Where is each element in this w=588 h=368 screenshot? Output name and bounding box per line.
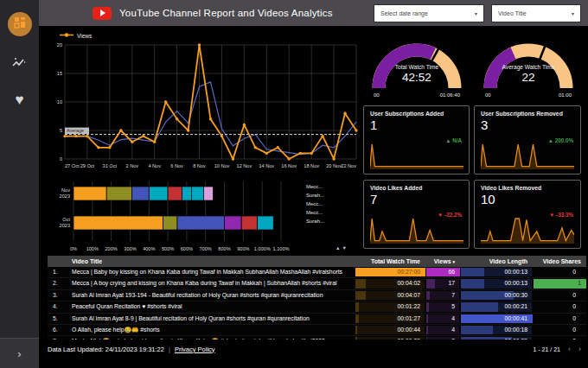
bar-chart-plot-area: 0%100%200%300%400%500%600%700%800%900%1,… [48, 178, 291, 254]
svg-text:14 Nov: 14 Nov [259, 163, 274, 168]
svg-text:6 Nov: 6 Nov [170, 163, 183, 168]
sidebar-item-dashboard[interactable] [8, 12, 32, 36]
column-video-length[interactable]: Video Length [460, 256, 533, 267]
table-row[interactable]: 3. Surah Al Imran Ayat 193-194 - Beautif… [48, 290, 586, 301]
video-stacked-bar-chart: 0%100%200%300%400%500%600%700%800%900%1,… [48, 178, 361, 254]
svg-text:600%: 600% [181, 246, 193, 251]
line-chart-legend: Views [60, 32, 92, 39]
line-chart-plot-area: 0510152027 Oct29 Oct31 Oct2 Nov4 Nov6 No… [48, 41, 361, 170]
column-video-shares[interactable]: Video Shares [533, 256, 586, 267]
svg-text:00: 00 [374, 92, 380, 98]
column-total-watch-time[interactable]: Total Watch Time [355, 256, 425, 267]
privacy-policy-link[interactable]: Privacy Policy [175, 346, 215, 353]
legend-swatch-icon [297, 183, 303, 189]
svg-text:900%: 900% [237, 246, 249, 251]
table-row[interactable]: 7. MashaAllah😍 cute baby girl crawling i… [48, 336, 586, 339]
table-header[interactable]: Video Title Total Watch Time Views ▾ Vid… [48, 256, 586, 267]
page-next-icon[interactable]: › [578, 345, 581, 353]
sidebar-item-analytics[interactable] [12, 57, 27, 72]
table-row[interactable]: 6. O Allah, please help😢🤲 #shorts 00:00:… [48, 325, 586, 336]
date-range-dropdown[interactable]: Select date range ▾ [374, 4, 484, 22]
kpi-cards: User Subscriptions Added 1 ▲ N/A User Su… [363, 105, 582, 249]
kpi-card[interactable]: Video Likes Removed 10 ▼ -33.3% [474, 180, 581, 249]
svg-text:0%: 0% [70, 246, 77, 251]
table-row[interactable]: 1. Mecca | Baby boy kissing on Khana Kab… [48, 267, 586, 278]
dashboard-app: ♥ › YouTube Channel Report and Videos An… [0, 0, 588, 368]
table-row[interactable]: 2. Mecca | A boy crying and kissing on K… [48, 278, 586, 289]
svg-text:1,000%: 1,000% [254, 246, 271, 251]
kpi-card[interactable]: User Subscriptions Added 1 ▲ N/A [363, 105, 470, 174]
table-row[interactable]: 4. Peaceful Quran Recitation ♥ #shorts #… [48, 301, 586, 313]
svg-text:20 Nov: 20 Nov [326, 163, 342, 168]
video-title-dropdown[interactable]: Video Title ▾ [491, 4, 581, 22]
video-title-cell: Mecca | A boy crying and kissing on Khan… [68, 278, 355, 289]
kpi-sparkline [370, 215, 463, 244]
page-title: YouTube Channel Report and Videos Analyt… [119, 8, 333, 18]
svg-text:00: 00 [485, 92, 491, 98]
date-range-label: Select date range [380, 10, 428, 16]
svg-text:18 Nov: 18 Nov [304, 163, 319, 168]
legend-swatch-icon [297, 209, 303, 215]
report-footer: Data Last Updated: 24/11/2023 19:31:22 |… [48, 343, 581, 355]
video-title-cell: Peaceful Quran Recitation ♥ #shorts #vir… [68, 301, 355, 312]
page-prev-icon[interactable]: ‹ [568, 345, 571, 353]
svg-text:Total Watch Time: Total Watch Time [395, 64, 439, 70]
svg-text:200%: 200% [105, 246, 117, 251]
views-series-marker-icon [60, 32, 74, 39]
scroll-up-icon[interactable]: ▲ [336, 245, 342, 251]
svg-text:5: 5 [60, 128, 62, 133]
scroll-down-icon[interactable]: ▼ [342, 245, 348, 251]
svg-text:4 Nov: 4 Nov [148, 163, 161, 168]
svg-text:22 Nov: 22 Nov [341, 163, 356, 168]
svg-text:0: 0 [60, 156, 62, 162]
legend-item[interactable]: Surah... [297, 192, 361, 198]
svg-text:Nov: Nov [61, 187, 70, 193]
column-video-title[interactable]: Video Title [68, 256, 355, 267]
video-title-label: Video Title [498, 10, 527, 16]
svg-text:700%: 700% [200, 246, 212, 251]
kpi-value: 10 [481, 192, 574, 206]
gauge-total-watch-time: Total Watch Time 42:52 00 01:06:40 [363, 31, 470, 104]
kpi-title: Video Likes Removed [481, 185, 574, 191]
trend-sparkline-icon [12, 57, 27, 72]
svg-text:Oct: Oct [62, 217, 70, 222]
kpi-value: 1 [370, 117, 463, 132]
svg-text:16 Nov: 16 Nov [281, 163, 297, 168]
last-updated-text: Data Last Updated: 24/11/2023 19:31:22 [48, 346, 164, 353]
kpi-title: User Subscriptions Removed [481, 111, 574, 117]
legend-swatch-icon [297, 192, 303, 198]
legend-swatch-icon [297, 218, 303, 224]
column-views[interactable]: Views ▾ [425, 256, 460, 267]
legend-item[interactable]: Mecc... [297, 200, 361, 206]
svg-text:01:06:40: 01:06:40 [440, 92, 461, 98]
header: YouTube Channel Report and Videos Analyt… [39, 0, 588, 26]
table-row[interactable]: 5. Surah Al Imran Ayat 8-9 | Beautiful r… [48, 314, 586, 325]
views-line-chart: Views 0510152027 Oct29 Oct31 Oct2 Nov4 N… [48, 29, 361, 173]
legend-item[interactable]: Surah... [297, 218, 361, 224]
legend-item[interactable]: Mecc... [297, 183, 361, 189]
svg-text:31 Oct: 31 Oct [103, 163, 118, 168]
svg-text:2023: 2023 [60, 194, 70, 199]
svg-text:10 Nov: 10 Nov [214, 163, 230, 168]
svg-text:1,100%: 1,100% [273, 246, 290, 251]
legend-swatch-icon [297, 200, 303, 206]
svg-text:500%: 500% [162, 246, 174, 251]
svg-text:20: 20 [57, 42, 62, 48]
kpi-card[interactable]: Video Likes Added 7 ▼ -22.2% [363, 180, 470, 249]
video-title-cell: Mecca | Baby boy kissing on Khana Kaba d… [68, 267, 355, 277]
kpi-card[interactable]: User Subscriptions Removed 3 ▲ 200.0% [474, 105, 581, 174]
svg-text:Average Watch Time: Average Watch Time [502, 64, 555, 71]
legend-item[interactable]: Mecc... [297, 209, 361, 215]
svg-text:01:00: 01:00 [559, 92, 572, 98]
svg-text:10: 10 [57, 99, 62, 105]
youtube-logo-icon [93, 7, 112, 20]
legend-scroll-arrows[interactable]: ▲▼ [336, 245, 348, 251]
sidebar-expand-button[interactable]: › [0, 338, 39, 368]
svg-text:300%: 300% [124, 246, 136, 251]
svg-text:400%: 400% [143, 246, 155, 251]
svg-text:2023: 2023 [60, 223, 70, 228]
table-pagination: 1 - 21 / 21 ‹ › [533, 345, 581, 353]
sidebar-item-favorites[interactable]: ♥ [15, 92, 23, 107]
video-title-cell: Surah Al Imran Ayat 8-9 | Beautiful reci… [68, 314, 355, 324]
bar-chart-legend: Mecc...Surah...Mecc...Mecc...Surah... [297, 183, 361, 224]
